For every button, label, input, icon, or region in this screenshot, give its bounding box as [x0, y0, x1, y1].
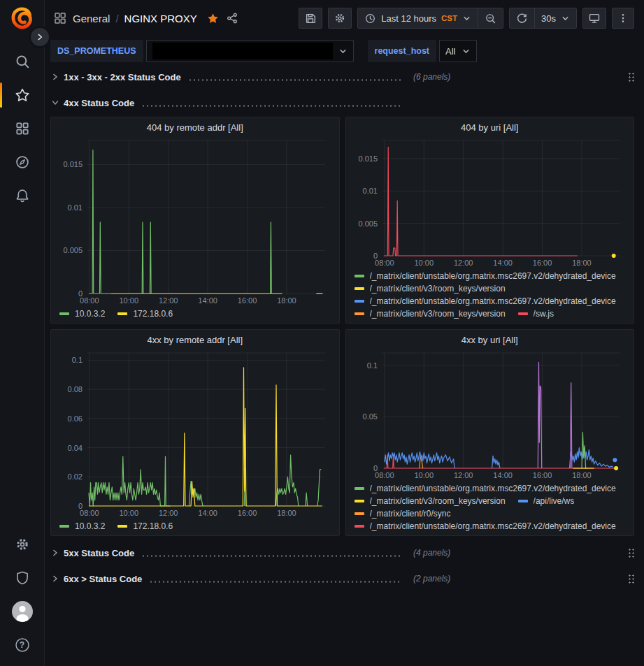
refresh-interval-button[interactable]: 30s [534, 8, 576, 28]
more-options-button[interactable] [612, 8, 634, 29]
legend-item[interactable]: 172.18.0.6 [117, 521, 173, 531]
sidebar-item-explore[interactable] [0, 145, 44, 179]
legend-item[interactable]: /_matrix/client/unstable/org.matrix.msc2… [355, 484, 616, 493]
svg-text:14:00: 14:00 [493, 259, 513, 267]
breadcrumb-separator: / [115, 13, 118, 24]
legend-swatch [518, 500, 528, 502]
panel-plot-area[interactable]: 00.020.040.060.080.108:0010:0012:0014:00… [55, 348, 335, 519]
legend-label: /_matrix/client/v3/room_keys/version [370, 284, 506, 294]
grafana-app: ? General / NGINX PROXY [0, 0, 644, 666]
legend-swatch [355, 487, 364, 490]
legend-item[interactable]: /_matrix/client/unstable/org.matrix.msc2… [355, 296, 616, 306]
legend-swatch [59, 312, 69, 315]
sidebar-item-dashboards[interactable] [0, 112, 44, 145]
row-panel-count: (2 panels) [413, 574, 450, 584]
legend-item[interactable]: /_matrix/client/v3/room_keys/version [355, 496, 506, 506]
row-header-4xx[interactable]: 4xx Status Code [50, 93, 634, 113]
sidebar-expand-button[interactable] [31, 28, 49, 46]
panel-title[interactable]: 4xx by uri [All] [350, 331, 630, 348]
legend-swatch [355, 300, 364, 303]
sidebar-item-starred[interactable] [0, 78, 44, 112]
row-drag-handle[interactable] [628, 573, 634, 585]
panel-plot-area[interactable]: 00.0050.010.01508:0010:0012:0014:0016:00… [350, 136, 630, 268]
svg-text:14:00: 14:00 [493, 471, 513, 479]
panel-title[interactable]: 404 by remote addr [All] [55, 119, 335, 136]
sidebar-item-alerting[interactable] [0, 179, 44, 212]
legend-item[interactable]: 172.18.0.6 [117, 309, 173, 319]
dashboards-grid-icon [15, 121, 30, 136]
legend-label: 172.18.0.6 [133, 521, 173, 531]
grafana-logo-icon[interactable] [9, 6, 36, 32]
bell-icon [15, 188, 30, 203]
variable-request-host-select[interactable]: All [439, 40, 477, 62]
refresh-icon [516, 13, 528, 24]
panel-title[interactable]: 404 by uri [All] [350, 119, 630, 136]
svg-text:0.015: 0.015 [358, 154, 378, 163]
panel-plot-area[interactable]: 00.0050.010.01508:0010:0012:0014:0016:00… [55, 136, 335, 306]
svg-text:18:00: 18:00 [572, 471, 592, 479]
legend-swatch [355, 312, 364, 315]
time-zoom-out-button[interactable] [478, 8, 503, 28]
legend-item[interactable]: /api/live/ws [518, 496, 575, 506]
legend-swatch [355, 287, 364, 290]
svg-text:0.04: 0.04 [68, 444, 83, 452]
cycle-view-mode-button[interactable] [582, 8, 606, 29]
svg-text:0.05: 0.05 [362, 412, 377, 421]
row-drag-handle[interactable] [628, 71, 634, 83]
legend-item[interactable]: 10.0.3.2 [59, 309, 105, 319]
svg-text:08:00: 08:00 [80, 509, 99, 517]
panel-plot-area[interactable]: 00.050.108:0010:0012:0014:0016:0018:00 [350, 348, 630, 481]
legend-item[interactable]: /sw.js [518, 309, 554, 319]
row-header-1xx-3xx-2xx[interactable]: 1xx - 3xx - 2xx Status Code (6 panels) [50, 67, 634, 87]
share-icon[interactable] [226, 12, 238, 24]
sidebar-item-server-admin[interactable] [0, 561, 44, 595]
legend-swatch [355, 512, 364, 515]
svg-text:12:00: 12:00 [453, 259, 473, 267]
chevron-down-icon [462, 14, 471, 23]
sidebar-item-search[interactable] [0, 45, 44, 78]
time-range-button[interactable]: Last 12 hours CST [358, 8, 478, 28]
refresh-group: 30s [509, 8, 577, 29]
breadcrumb-folder[interactable]: General [73, 13, 110, 24]
variable-datasource-select[interactable] [146, 40, 354, 62]
refresh-interval-label: 30s [541, 13, 556, 24]
chevron-down-icon [461, 47, 471, 56]
legend-label: 172.18.0.6 [133, 309, 173, 319]
panel-title[interactable]: 4xx by remote addr [All] [55, 331, 335, 348]
svg-text:0.005: 0.005 [63, 246, 83, 254]
star-filled-icon[interactable] [207, 13, 219, 24]
legend-label: 10.0.3.2 [75, 521, 105, 531]
row-drag-handle[interactable] [628, 547, 634, 559]
refresh-button[interactable] [510, 8, 534, 28]
gear-icon [334, 12, 346, 24]
save-dashboard-button[interactable] [299, 8, 322, 29]
legend-item[interactable]: 10.0.3.2 [59, 521, 105, 531]
dashboard-title[interactable]: NGINX PROXY [124, 13, 197, 24]
sidebar-item-configuration[interactable] [0, 528, 44, 561]
legend-item[interactable]: /_matrix/client/v3/room_keys/version [355, 309, 506, 319]
svg-text:0.1: 0.1 [72, 356, 83, 364]
row-header-6xx[interactable]: 6xx > Status Code (2 panels) [50, 569, 634, 588]
zoom-out-icon [485, 13, 496, 24]
legend-item[interactable]: /_matrix/client/v3/room_keys/version [355, 284, 506, 294]
legend-label: /_matrix/client/v3/room_keys/version [370, 309, 506, 319]
row-dotted-leader [141, 555, 402, 557]
sidebar-item-profile[interactable] [0, 595, 44, 628]
legend-item[interactable]: /_matrix/client/unstable/org.matrix.msc2… [355, 271, 616, 281]
row-panel-count: (6 panels) [413, 72, 450, 82]
dashboard-settings-button[interactable] [328, 8, 352, 29]
legend-label: /_matrix/client/r0/sync [370, 509, 451, 519]
svg-text:08:00: 08:00 [375, 259, 394, 267]
sidebar-item-help[interactable]: ? [0, 628, 44, 662]
legend-item[interactable]: /_matrix/client/r0/sync [355, 509, 451, 519]
dashboard-header: General / NGINX PROXY Las [45, 0, 644, 36]
panel-4xx-by-remote-addr: 4xx by remote addr [All] 00.020.040.060.… [50, 329, 340, 536]
svg-text:0.08: 0.08 [68, 385, 83, 393]
help-glyph: ? [14, 637, 31, 653]
panel-grid: 404 by remote addr [All] 00.0050.010.015… [50, 117, 634, 536]
search-icon [15, 54, 30, 69]
row-header-5xx[interactable]: 5xx Status Code (4 panels) [50, 543, 634, 563]
legend-item[interactable]: /_matrix/client/unstable/org.matrix.msc2… [355, 521, 616, 531]
panel-legend: 10.0.3.2172.18.0.6 [55, 306, 335, 320]
row-chevron-icon [50, 98, 60, 108]
